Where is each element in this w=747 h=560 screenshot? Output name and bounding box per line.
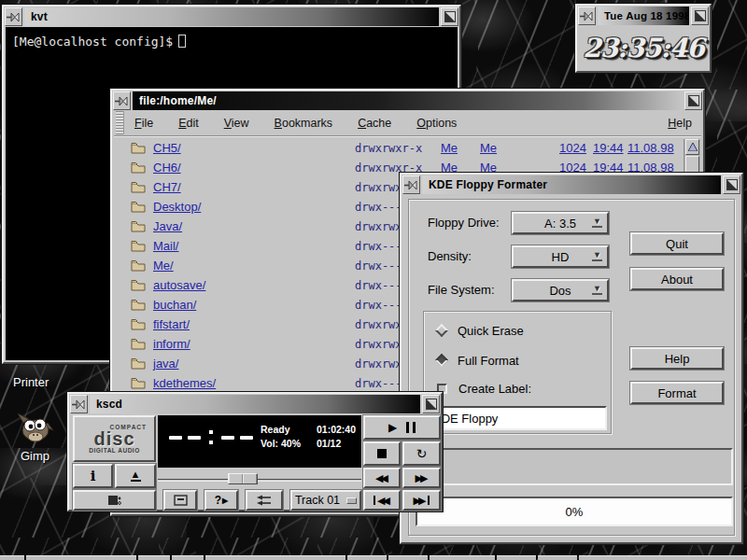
- playlist-button[interactable]: [246, 490, 283, 511]
- clock-titlebar[interactable]: Tue Aug 18 1998: [578, 7, 709, 25]
- file-link[interactable]: fifstart/: [153, 317, 190, 331]
- taskbar-segment[interactable]: [347, 555, 387, 560]
- play-pause-button[interactable]: ▶: [363, 415, 441, 440]
- fast-forward-button[interactable]: ▶▶: [402, 468, 441, 488]
- pin-icon[interactable]: [115, 96, 129, 106]
- file-permissions: drwx---: [355, 299, 402, 312]
- file-link[interactable]: java/: [153, 357, 178, 371]
- menu-item[interactable]: Edit: [178, 117, 199, 130]
- file-link[interactable]: CH5/: [153, 141, 181, 155]
- maximize-button[interactable]: [684, 91, 702, 110]
- about-button[interactable]: About: [630, 268, 724, 290]
- next-track-button[interactable]: ▶▶: [402, 490, 441, 511]
- kscd-titlebar[interactable]: kscd: [70, 395, 440, 413]
- folder-icon: [131, 161, 146, 174]
- eject-button[interactable]: ▲: [115, 464, 156, 488]
- menu-item[interactable]: File: [134, 117, 153, 130]
- dropdown[interactable]: Dos ▼: [512, 279, 609, 301]
- file-link[interactable]: CH6/: [153, 161, 181, 175]
- maximize-button[interactable]: [422, 395, 440, 413]
- pin-icon[interactable]: [580, 11, 594, 21]
- file-link[interactable]: kdethemes/: [153, 376, 216, 390]
- menu-item-help[interactable]: Help: [668, 117, 692, 130]
- next-icon: ▶▶: [414, 496, 427, 506]
- sticky-pin-button[interactable]: [5, 7, 22, 26]
- rewind-button[interactable]: ◀◀: [363, 468, 401, 488]
- help-button[interactable]: ?▶: [204, 490, 238, 511]
- volume-slider-handle[interactable]: [228, 473, 258, 484]
- file-link[interactable]: buchan/: [153, 298, 196, 312]
- taskbar-segment[interactable]: [138, 555, 170, 560]
- taskbar-segment[interactable]: [26, 555, 136, 560]
- info-button[interactable]: i: [73, 464, 113, 488]
- status-panel: [416, 448, 733, 485]
- maximize-icon[interactable]: [426, 399, 437, 410]
- menu-item[interactable]: Cache: [358, 117, 391, 130]
- radio-diamond-icon[interactable]: [435, 354, 448, 367]
- file-link[interactable]: Me/: [153, 259, 174, 273]
- kvt-titlebar[interactable]: kvt: [5, 7, 458, 26]
- gimp-wilber-icon[interactable]: [17, 405, 54, 448]
- taskbar-segment[interactable]: [430, 555, 495, 560]
- pin-icon[interactable]: [72, 399, 86, 410]
- radio-option[interactable]: Full Format: [437, 353, 519, 368]
- scroll-up-button[interactable]: [685, 139, 699, 155]
- menu-item[interactable]: View: [224, 117, 249, 130]
- pin-icon[interactable]: [404, 180, 418, 190]
- file-permissions: drwxrwxr-x: [355, 142, 422, 155]
- cddb-button[interactable]: [73, 490, 156, 511]
- kfloppy-titlebar[interactable]: KDE Floppy Formater: [402, 175, 740, 194]
- volume-label-input[interactable]: KDE Floppy: [427, 406, 607, 430]
- format-button[interactable]: Format: [630, 382, 724, 404]
- sticky-pin-button[interactable]: [113, 91, 131, 110]
- taskbar-segment[interactable]: [497, 555, 536, 560]
- maximize-button[interactable]: [441, 7, 458, 26]
- desktop-icon-gimp-label[interactable]: Gimp: [21, 449, 49, 463]
- sticky-pin-button[interactable]: [70, 395, 88, 413]
- dropdown[interactable]: HD ▼: [512, 245, 609, 268]
- taskbar-segment[interactable]: [579, 555, 747, 560]
- dock-button[interactable]: [163, 490, 197, 511]
- file-link[interactable]: CH7/: [153, 180, 181, 194]
- taskbar-segment[interactable]: [0, 555, 24, 560]
- pin-icon[interactable]: [7, 12, 21, 22]
- volume-slider-track[interactable]: [158, 479, 361, 482]
- dropdown[interactable]: A: 3.5 ▼: [512, 212, 609, 234]
- maximize-icon[interactable]: [688, 95, 699, 106]
- file-link[interactable]: Mail/: [153, 239, 178, 253]
- file-link[interactable]: Java/: [153, 219, 182, 233]
- previous-track-button[interactable]: ◀◀: [363, 490, 401, 511]
- file-link[interactable]: Desktop/: [153, 200, 201, 214]
- fast-forward-icon: ▶▶: [416, 473, 429, 483]
- help-button[interactable]: Help: [630, 347, 724, 370]
- radio-option[interactable]: Quick Erase: [437, 323, 524, 338]
- stop-button[interactable]: [363, 441, 401, 466]
- maximize-button[interactable]: [691, 7, 709, 25]
- menu-item[interactable]: Bookmarks: [275, 117, 333, 130]
- taskbar-segment[interactable]: [388, 555, 428, 560]
- file-link[interactable]: inform/: [153, 337, 190, 351]
- sticky-pin-button[interactable]: [402, 175, 420, 194]
- track-select-button[interactable]: Track 01: [290, 490, 361, 511]
- quit-button[interactable]: Quit: [630, 232, 724, 255]
- taskbar[interactable]: [0, 555, 747, 560]
- maximize-button[interactable]: [723, 175, 740, 194]
- menubar-drag-handle[interactable]: [116, 111, 124, 134]
- sticky-pin-button[interactable]: [578, 7, 596, 25]
- maximize-icon[interactable]: [726, 179, 738, 190]
- kfm-titlebar[interactable]: file:/home/Me/: [113, 91, 702, 110]
- create-label-option[interactable]: Create Label:: [437, 381, 531, 396]
- desktop-icon-printer[interactable]: Printer: [13, 375, 49, 389]
- menu-item[interactable]: Options: [416, 117, 457, 130]
- taskbar-segment[interactable]: [538, 555, 577, 560]
- loop-button[interactable]: ↻: [402, 441, 441, 466]
- taskbar-segment[interactable]: [172, 555, 204, 560]
- lcd-status-text: Ready: [261, 424, 290, 435]
- kscd-title: kscd: [90, 395, 420, 413]
- radio-diamond-icon[interactable]: [435, 324, 448, 337]
- maximize-icon[interactable]: [695, 10, 706, 21]
- file-link[interactable]: autosave/: [153, 278, 205, 292]
- folder-icon: [131, 299, 146, 311]
- maximize-icon[interactable]: [444, 11, 456, 22]
- taskbar-segment[interactable]: [205, 555, 345, 560]
